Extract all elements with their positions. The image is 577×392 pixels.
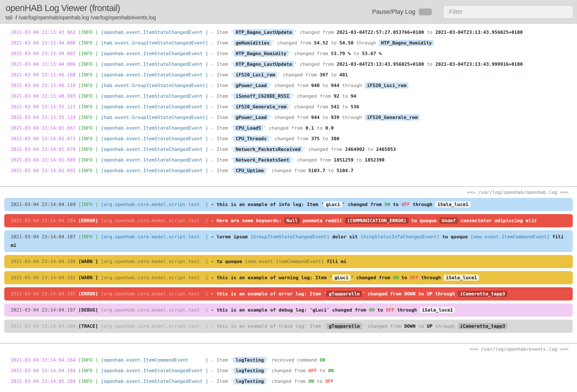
log-segment-txt: to — [314, 125, 325, 131]
log-segment-ts: 2021-03-04 23:14:04.187 — [11, 234, 76, 239]
log-segment-ts: 2021-03-04 23:14:04.164 — [11, 357, 76, 363]
log-segment-hl: Network_PacketsReceived — [233, 146, 303, 152]
pause-play-toggle[interactable] — [419, 8, 432, 15]
log-segment-cls: [ome.event.ItemCommandEvent] — [245, 259, 324, 264]
log-segment-b: 380 — [331, 136, 339, 141]
log-segment-txt — [98, 104, 101, 109]
log-segment-txt: dolor sit — [329, 234, 361, 239]
log-segment-b: 54.52 — [314, 40, 328, 46]
log-line-plain[interactable]: 2021-03-04 23:13:44.002 [INFO ] [openhab… — [0, 48, 577, 59]
log-line-plain[interactable]: 2021-03-04 23:14:01.689 [INFO ] [openhab… — [0, 155, 577, 165]
log-segment-txt: ' changed from — [294, 30, 336, 35]
log-line-info[interactable]: 2021-03-04 23:14:04.169 [INFO ] [org.ope… — [4, 198, 573, 211]
log-line-plain[interactable]: 2021-03-04 23:14:04.184 [INFO ] [openhab… — [0, 365, 577, 376]
log-segment-txt: - Item ' — [208, 368, 233, 373]
log-line-plain[interactable]: 2021-03-04 23:13:46.108 [INFO ] [openhab… — [0, 69, 577, 80]
log-segment-txt — [98, 168, 101, 173]
divider-filename-label: ==> /var/log/openhab/openhab.log <== — [0, 187, 577, 198]
log-segment-txt — [98, 324, 101, 329]
log-container: 2021-03-04 23:13:43.962 [INFO ] [openhab… — [0, 24, 577, 387]
log-segment-txt: to — [375, 307, 386, 313]
log-line-plain[interactable]: 2021-03-04 23:13:43.962 [INFO ] [openhab… — [0, 27, 577, 38]
log-segment-txt: to — [390, 202, 401, 207]
log-segment-txt: tu quoque — [408, 218, 440, 223]
log-segment-hl: logTesting — [233, 357, 266, 363]
log-segment-b: 940 — [311, 83, 320, 88]
log-segment-txt: - this is an example of info log: Item ' — [208, 202, 324, 207]
log-segment-on: ON — [308, 379, 314, 384]
log-segment-txt: ' changed from — [266, 379, 308, 384]
log-line-plain[interactable]: 2021-03-04 23:13:44.006 [INFO ] [openhab… — [0, 59, 577, 69]
log-segment-ts: 2021-03-04 23:13:46.110 — [11, 83, 76, 88]
log-segment-txt: ' changed from — [342, 202, 384, 207]
log-line-warn[interactable]: 2021-03-04 23:14:04.189 [WARN ] [org.ope… — [4, 255, 573, 268]
log-line-plain[interactable]: 2021-03-04 23:13:44.000 [INFO ] [hab.eve… — [0, 38, 577, 48]
log-segment-b: DOWN — [404, 291, 416, 296]
log-segment-txt: - Item ' — [208, 94, 233, 99]
log-segment-cls: [openhab.event.ItemStateChangedEvent ] — [101, 368, 208, 373]
log-segment-b: 2021-03-04T23:13:43.999916+0100 — [435, 62, 523, 67]
log-line-plain[interactable]: 2021-03-04 23:13:48.993 [INFO ] [openhab… — [0, 91, 577, 101]
log-line-plain[interactable]: 2021-03-04 23:13:46.110 [INFO ] [hab.eve… — [0, 80, 577, 91]
log-segment-cls: [openhab.event.ItemStateChangedEvent ] — [101, 379, 208, 384]
log-line-error[interactable]: 2021-03-04 23:14:04.195 [ERROR] [org.ope… — [4, 287, 573, 300]
log-line-debug[interactable]: 2021-03-04 23:14:04.197 [DEBUG] [org.ope… — [4, 303, 573, 317]
log-line-trace[interactable]: 2021-03-04 23:14:04.200 [TRACE] [org.ope… — [4, 320, 573, 333]
log-line-plain[interactable]: 2021-03-04 23:14:04.164 [INFO ] [openhab… — [0, 355, 577, 365]
log-segment-txt: poemata reddit — [300, 218, 345, 223]
log-segment-hl: iSonoff_C628DE_RSSI — [233, 93, 291, 99]
log-line-plain[interactable]: 2021-03-04 23:14:01.673 [INFO ] [openhab… — [0, 133, 577, 144]
log-line-warn[interactable]: 2021-03-04 23:14:04.192 [WARN ] [org.ope… — [4, 271, 573, 284]
log-line-plain[interactable]: 2021-03-04 23:14:01.691 [INFO ] [openhab… — [0, 165, 577, 176]
log-segment-txt: - Item ' — [208, 104, 233, 109]
log-segment-b: 92 — [334, 94, 339, 99]
log-segment-lvl: [INFO ] — [78, 202, 98, 207]
log-segment-on: ON — [328, 368, 334, 373]
log-line-plain[interactable]: 2021-03-04 23:14:01.667 [INFO ] [openhab… — [0, 123, 577, 133]
log-segment-off: OFF — [401, 202, 410, 207]
log-segment-ts: 2021-03-04 23:13:55.124 — [11, 115, 76, 120]
log-segment-lvl: [INFO ] — [78, 379, 98, 384]
log-segment-txt: to — [351, 51, 362, 56]
log-segment-txt: - Here are some keywords: — [208, 218, 284, 223]
log-segment-txt — [98, 94, 101, 99]
log-segment-b: 1851259 — [334, 157, 354, 163]
log-line-plain[interactable]: 2021-03-04 23:14:05.204 [INFO ] [openhab… — [0, 376, 577, 387]
log-segment-txt: to — [328, 72, 339, 77]
log-segment-hl: gmHumidities — [233, 40, 272, 46]
log-segment-txt — [76, 259, 78, 264]
log-segment-txt: ' changed from — [269, 136, 311, 141]
log-segment-lvl: [INFO ] — [78, 115, 98, 120]
log-line-plain[interactable]: 2021-03-04 23:13:55.124 [INFO ] [hab.eve… — [0, 112, 577, 123]
log-segment-txt: to — [365, 147, 376, 152]
log-segment-cls: [openhab.event.ItemStateChangedEvent ] — [101, 30, 208, 35]
log-segment-txt — [98, 136, 101, 141]
log-segment-txt: - Item ' — [208, 51, 233, 56]
log-segment-b: 2021-03-04T23:13:43.956025+0100 — [336, 62, 424, 67]
log-segment-cls: [org.openhab.core.model.script.test ] — [101, 259, 208, 264]
pause-play-label: Pause/Play Log — [372, 8, 415, 15]
log-segment-cls: [hab.event.GroupItemStateChangedEvent] — [101, 40, 208, 46]
log-segment-ts: 2021-03-04 23:14:01.691 — [11, 168, 76, 173]
log-line-info[interactable]: 2021-03-04 23:14:04.187 [INFO ] [org.ope… — [4, 230, 573, 252]
log-segment-txt: ' changed from — [291, 94, 334, 99]
log-segment-lvl: [WARN ] — [78, 275, 98, 280]
log-segment-txt — [98, 125, 101, 131]
log-segment-lvl: [ERROR] — [78, 218, 98, 223]
log-segment-b: 0.1 — [305, 125, 314, 131]
log-segment-txt — [76, 379, 78, 384]
log-line-plain[interactable]: 2021-03-04 23:14:01.679 [INFO ] [openhab… — [0, 144, 577, 155]
log-segment-txt: to — [317, 368, 328, 373]
log-segment-txt — [76, 357, 78, 363]
log-file-divider: ==> /var/log/openhab/events.log <== — [0, 343, 577, 355]
log-segment-hl: HTP_Bagno_LastUpdate — [233, 29, 294, 35]
filter-input[interactable] — [443, 5, 573, 19]
log-segment-b: 0.0 — [325, 125, 334, 131]
log-segment-txt: to — [320, 83, 331, 88]
log-line-error[interactable]: 2021-03-04 23:14:04.184 [ERROR] [org.ope… — [4, 214, 573, 227]
log-segment-txt — [76, 104, 78, 109]
log-segment-hl: iF520_Luci_rem — [365, 82, 408, 89]
log-segment-lvl: [INFO ] — [78, 147, 98, 152]
log-segment-hl: HTP_Bagno_LastUpdate — [233, 61, 294, 67]
log-line-plain[interactable]: 2021-03-04 23:13:55.121 [INFO ] [openhab… — [0, 101, 577, 112]
